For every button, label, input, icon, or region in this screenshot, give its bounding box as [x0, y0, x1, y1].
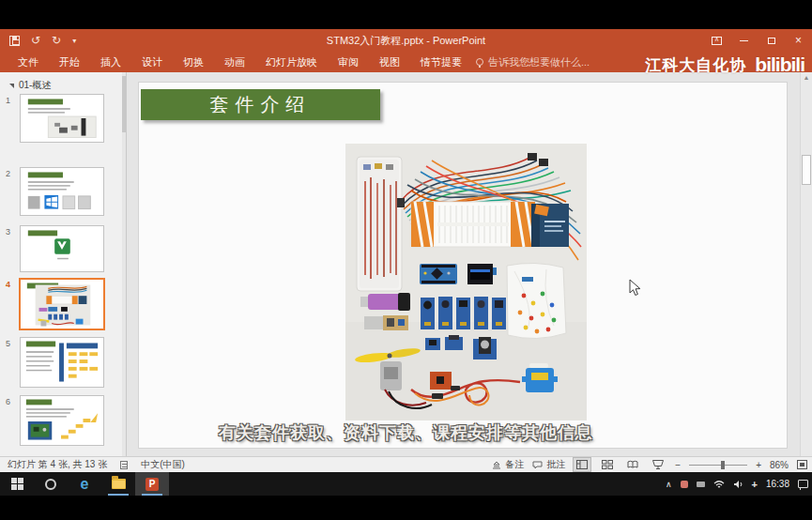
tab-file[interactable]: 文件 — [8, 52, 49, 72]
zoom-slider-thumb[interactable] — [721, 461, 725, 469]
accessibility-check-icon[interactable] — [120, 461, 128, 469]
tab-design[interactable]: 设计 — [131, 52, 173, 72]
edge-icon: e — [81, 477, 89, 492]
kit-photo — [345, 144, 587, 421]
reading-view-button[interactable] — [624, 458, 641, 471]
minimize-button[interactable] — [730, 29, 758, 52]
slide-4-preview — [21, 280, 103, 329]
canvas-scrollbar[interactable]: ▲ — [800, 72, 812, 456]
slide-number: 6 — [6, 397, 10, 406]
lightbulb-icon — [476, 58, 483, 66]
tray-expand-icon[interactable]: ∧ — [666, 480, 672, 489]
slide-5-preview — [21, 338, 103, 387]
cortana-button[interactable] — [34, 472, 68, 496]
slide-thumbnail-5[interactable] — [20, 337, 104, 388]
orange-module — [430, 372, 452, 390]
tab-view[interactable]: 视图 — [369, 52, 410, 72]
clock[interactable]: 16:38 — [766, 479, 789, 489]
window-title: STM32入门教程.pptx - PowerPoint — [0, 29, 812, 52]
windows-logo-icon — [11, 478, 23, 490]
tab-insert[interactable]: 插入 — [90, 52, 131, 72]
notes-label: 备注 — [505, 458, 524, 471]
ribbon-display-options-button[interactable] — [703, 29, 730, 52]
stm32-board — [420, 264, 457, 284]
slide-number: 3 — [6, 227, 10, 237]
slide-3-preview — [21, 226, 103, 271]
slide-thumbnail-2[interactable] — [20, 167, 104, 216]
section-header[interactable]: 01-概述 — [9, 79, 51, 92]
slide-number: 2 — [6, 169, 10, 178]
slide-thumbnail-4-selected[interactable] — [19, 278, 105, 330]
slide-sorter-view-button[interactable] — [599, 458, 616, 471]
slideshow-view-button[interactable] — [650, 458, 666, 471]
tab-storyboarding[interactable]: 情节提要 — [410, 52, 472, 72]
minimize-icon — [740, 40, 748, 41]
bilibili-logo: bilibili — [755, 54, 804, 76]
fit-slide-icon[interactable] — [797, 460, 807, 469]
statusbar: 幻灯片 第 4 张, 共 13 张 中文(中国) 备注 批注 − + 86% — [0, 456, 812, 472]
comments-button[interactable]: 批注 — [532, 458, 565, 471]
powerpoint-taskbar-button[interactable]: P — [135, 472, 169, 496]
zoom-percentage[interactable]: 86% — [770, 460, 789, 470]
oled-display — [467, 264, 497, 284]
led-bag — [507, 263, 566, 338]
start-button[interactable] — [0, 472, 34, 496]
tab-animations[interactable]: 动画 — [214, 52, 255, 72]
current-slide[interactable]: 套件介绍 — [139, 83, 787, 448]
slide-thumbnail-3[interactable] — [20, 225, 104, 272]
tell-me-label: 告诉我您想要做什么... — [488, 55, 590, 69]
slideshow-icon — [652, 460, 664, 469]
panel-scrollbar[interactable] — [122, 72, 126, 456]
file-explorer-button[interactable] — [101, 472, 135, 496]
folder-icon — [112, 479, 126, 489]
cortana-icon — [45, 479, 56, 490]
volume-icon[interactable] — [733, 480, 743, 489]
zoom-in-button[interactable]: + — [756, 460, 761, 470]
system-tray: ∧ + 16:38 — [666, 472, 808, 496]
tray-device-icon[interactable] — [697, 482, 705, 487]
restore-icon — [768, 38, 775, 44]
sensor-modules — [421, 297, 506, 329]
slide-thumbnail-1[interactable] — [20, 94, 104, 143]
slide-2-preview — [21, 168, 103, 215]
restore-button[interactable] — [758, 29, 785, 52]
scrollbar-thumb[interactable] — [802, 155, 811, 185]
tray-app-icon[interactable] — [681, 481, 688, 488]
edge-button[interactable]: e — [68, 472, 101, 496]
slide-title-text: 套件介绍 — [210, 92, 312, 117]
tab-home[interactable]: 开始 — [49, 52, 90, 72]
section-collapse-icon — [9, 84, 14, 88]
slide-number: 1 — [6, 96, 10, 105]
channel-name: 江科大自化协 — [645, 54, 746, 76]
close-icon: × — [795, 34, 802, 47]
video-watermark: 江科大自化协 bilibili — [645, 54, 804, 76]
tab-slideshow[interactable]: 幻灯片放映 — [255, 52, 328, 72]
comments-label: 批注 — [546, 458, 565, 471]
mouse-cursor — [629, 279, 642, 298]
action-center-icon[interactable] — [798, 480, 808, 488]
notes-button[interactable]: 备注 — [492, 458, 524, 471]
tab-review[interactable]: 审阅 — [328, 52, 369, 72]
reading-view-icon — [627, 460, 638, 469]
breadboard — [411, 202, 535, 247]
language-indicator[interactable]: 中文(中国) — [141, 458, 185, 471]
close-button[interactable]: × — [785, 29, 812, 52]
normal-view-button[interactable] — [574, 458, 590, 471]
parts-box — [357, 157, 402, 291]
slide-number: 4 — [6, 280, 10, 289]
tab-transitions[interactable]: 切换 — [173, 52, 214, 72]
slide-canvas: 套件介绍 — [128, 72, 800, 456]
zoom-out-button[interactable]: − — [675, 460, 681, 470]
tell-me-box[interactable]: 告诉我您想要做什么... — [476, 55, 590, 69]
blue-box — [531, 204, 569, 247]
windows-taskbar: e P ∧ + 16:38 — [0, 472, 812, 496]
slide-number: 5 — [6, 339, 10, 348]
input-indicator-icon[interactable]: + — [752, 479, 758, 490]
slide-title-box[interactable]: 套件介绍 — [141, 89, 380, 120]
zoom-slider[interactable] — [689, 465, 747, 466]
notes-icon — [492, 461, 501, 469]
network-icon[interactable] — [713, 480, 725, 489]
normal-view-icon — [576, 460, 588, 469]
comments-icon — [532, 461, 543, 469]
video-subtitle: 有关套件获取、资料下载、课程安排等其他信息 — [0, 421, 812, 444]
